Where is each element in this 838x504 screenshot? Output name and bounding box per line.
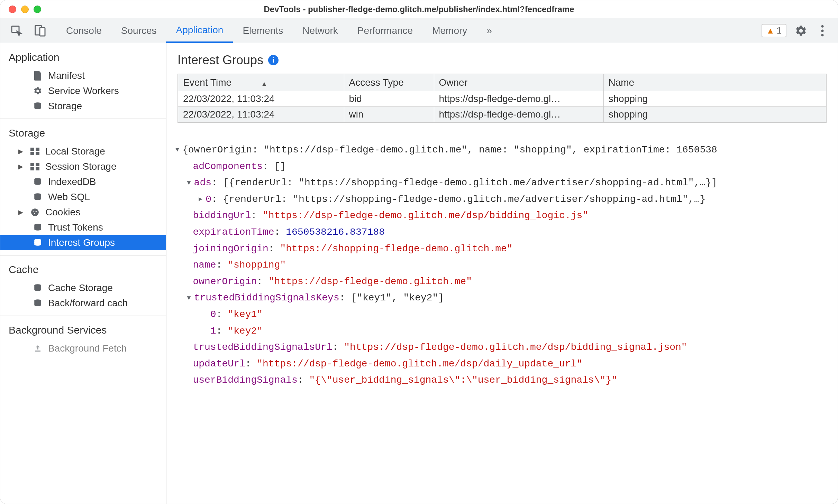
json-prop-ads[interactable]: ▼ads: [{renderUrl: "https://shopping-fle… — [166, 175, 838, 191]
tab-sources[interactable]: Sources — [111, 18, 166, 43]
collapse-icon[interactable]: ▼ — [187, 293, 194, 304]
cell-owner: https://dsp-fledge-demo.gl… — [434, 91, 603, 107]
traffic-lights — [9, 6, 41, 13]
database-icon — [32, 222, 43, 233]
inspect-element-icon[interactable] — [10, 24, 24, 38]
collapse-icon[interactable]: ▼ — [187, 178, 194, 188]
issues-badge[interactable]: ▲ 1 — [762, 24, 786, 37]
cell-name: shopping — [603, 91, 826, 107]
cell-type: win — [344, 107, 434, 123]
json-prop-adcomponents[interactable]: adComponents: [] — [166, 158, 838, 175]
svg-rect-8 — [36, 148, 39, 151]
json-prop-biddingurl[interactable]: biddingUrl: "https://dsp-fledge-demo.gli… — [166, 207, 838, 224]
section-background-services: Background Services — [0, 320, 166, 341]
sidebar-item-websql[interactable]: Web SQL — [0, 189, 166, 205]
minimize-window-button[interactable] — [21, 6, 29, 13]
json-detail-viewer: ▼{ownerOrigin: "https://dsp-fledge-demo.… — [166, 132, 838, 504]
sidebar-item-label: Back/forward cach — [48, 298, 128, 309]
database-icon — [32, 237, 43, 248]
json-prop-joiningorigin[interactable]: joiningOrigin: "https://shopping-fledge-… — [166, 241, 838, 257]
tab-console[interactable]: Console — [56, 18, 111, 43]
collapse-icon[interactable]: ▼ — [175, 144, 182, 155]
json-prop-expiration[interactable]: expirationTime: 1650538216.837188 — [166, 224, 838, 241]
tab-memory[interactable]: Memory — [422, 18, 477, 43]
json-prop-updateurl[interactable]: updateUrl: "https://dsp-fledge-demo.glit… — [166, 356, 838, 372]
table-icon — [29, 161, 40, 172]
close-window-button[interactable] — [9, 6, 16, 13]
json-prop-ownerorigin[interactable]: ownerOrigin: "https://dsp-fledge-demo.gl… — [166, 273, 838, 290]
json-root[interactable]: ▼{ownerOrigin: "https://dsp-fledge-demo.… — [166, 142, 838, 158]
tab-more[interactable]: » — [477, 18, 502, 43]
sidebar-item-bfcache[interactable]: Back/forward cach — [0, 296, 166, 311]
tab-elements[interactable]: Elements — [233, 18, 293, 43]
warning-icon: ▲ — [766, 26, 775, 36]
json-prop-tbsk-1[interactable]: 1: "key2" — [166, 323, 838, 339]
expand-icon[interactable]: ▶ — [18, 208, 25, 216]
json-prop-ads-0[interactable]: ▶0: {renderUrl: "https://shopping-fledge… — [166, 191, 838, 208]
panel-title: Interest Groups — [177, 53, 263, 67]
panel-tabs: Console Sources Application Elements Net… — [56, 18, 502, 43]
sidebar-item-session-storage[interactable]: ▶ Session Storage — [0, 159, 166, 174]
table-row[interactable]: 22/03/2022, 11:03:24 bid https://dsp-fle… — [178, 91, 826, 107]
sidebar-item-label: Cookies — [45, 207, 80, 218]
device-toggle-icon[interactable] — [33, 24, 47, 38]
col-name[interactable]: Name — [603, 74, 826, 91]
sidebar-item-interest-groups[interactable]: Interest Groups — [0, 235, 166, 250]
sidebar-item-cache-storage[interactable]: Cache Storage — [0, 280, 166, 296]
expand-icon[interactable]: ▶ — [18, 148, 25, 155]
sidebar-item-storage[interactable]: Storage — [0, 99, 166, 114]
cell-owner: https://dsp-fledge-demo.gl… — [434, 107, 603, 123]
settings-icon[interactable] — [794, 24, 808, 38]
json-prop-tbsk[interactable]: ▼trustedBiddingSignalsKeys: ["key1", "ke… — [166, 290, 838, 306]
sidebar-item-label: IndexedDB — [48, 176, 96, 187]
sidebar-item-indexeddb[interactable]: IndexedDB — [0, 174, 166, 189]
json-prop-tbsu[interactable]: trustedBiddingSignalsUrl: "https://dsp-f… — [166, 339, 838, 356]
json-prop-userbidding[interactable]: userBiddingSignals: "{\"user_bidding_sig… — [166, 372, 838, 389]
sidebar-item-manifest[interactable]: Manifest — [0, 68, 166, 83]
expand-icon[interactable]: ▶ — [199, 194, 206, 205]
svg-rect-10 — [36, 152, 39, 155]
svg-point-3 — [821, 25, 823, 27]
sidebar-item-cookies[interactable]: ▶ Cookies — [0, 205, 166, 220]
sidebar-item-label: Cache Storage — [48, 282, 113, 293]
svg-point-18 — [33, 211, 34, 212]
sidebar-item-background-fetch[interactable]: Background Fetch — [0, 341, 166, 356]
panel-main: Interest Groups i Event Time ▲ Access Ty… — [166, 43, 838, 504]
info-icon[interactable]: i — [268, 55, 279, 65]
svg-rect-13 — [30, 167, 34, 170]
main-toolbar: Console Sources Application Elements Net… — [0, 18, 838, 43]
database-icon — [32, 298, 43, 309]
cell-time: 22/03/2022, 11:03:24 — [178, 107, 344, 123]
file-icon — [32, 70, 43, 81]
devtools-window: DevTools - publisher-fledge-demo.glitch.… — [0, 0, 838, 504]
sidebar-item-trust-tokens[interactable]: Trust Tokens — [0, 220, 166, 235]
svg-point-4 — [821, 29, 823, 32]
database-icon — [32, 101, 43, 112]
svg-point-5 — [821, 34, 823, 36]
svg-rect-7 — [30, 148, 34, 151]
expand-icon[interactable]: ▶ — [18, 163, 25, 170]
table-row[interactable]: 22/03/2022, 11:03:24 win https://dsp-fle… — [178, 107, 826, 123]
sidebar-item-label: Web SQL — [48, 192, 90, 203]
col-owner[interactable]: Owner — [434, 74, 603, 91]
json-prop-tbsk-0[interactable]: 0: "key1" — [166, 306, 838, 323]
sidebar-item-local-storage[interactable]: ▶ Local Storage — [0, 144, 166, 159]
kebab-menu-icon[interactable] — [816, 24, 829, 38]
tab-application[interactable]: Application — [166, 18, 233, 43]
col-event-time[interactable]: Event Time ▲ — [178, 74, 344, 91]
json-prop-name[interactable]: name: "shopping" — [166, 257, 838, 273]
svg-point-20 — [34, 213, 35, 214]
issues-count: 1 — [777, 25, 782, 36]
gear-icon — [32, 85, 43, 96]
tab-network[interactable]: Network — [293, 18, 348, 43]
tab-performance[interactable]: Performance — [348, 18, 422, 43]
cookie-icon — [29, 207, 40, 218]
svg-point-19 — [36, 211, 37, 212]
database-icon — [32, 176, 43, 187]
svg-rect-9 — [30, 152, 34, 155]
window-title: DevTools - publisher-fledge-demo.glitch.… — [264, 4, 574, 14]
col-access-type[interactable]: Access Type — [344, 74, 434, 91]
svg-rect-11 — [30, 163, 34, 166]
fullscreen-window-button[interactable] — [34, 6, 41, 13]
sidebar-item-service-workers[interactable]: Service Workers — [0, 83, 166, 99]
